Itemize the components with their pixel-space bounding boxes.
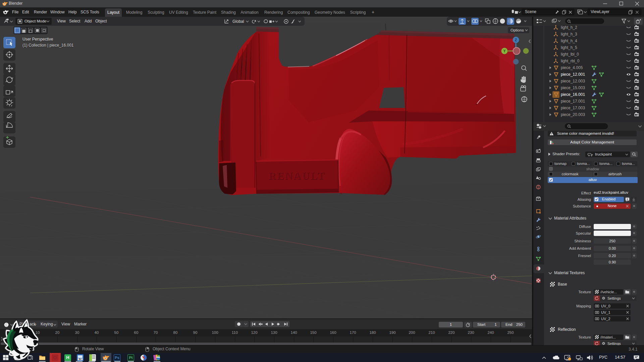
svg-text:Y: Y	[503, 49, 506, 53]
svg-text:Global: Global	[232, 19, 244, 24]
svg-text:RENAULT: RENAULT	[268, 170, 325, 182]
svg-text:Z: Z	[515, 38, 517, 42]
